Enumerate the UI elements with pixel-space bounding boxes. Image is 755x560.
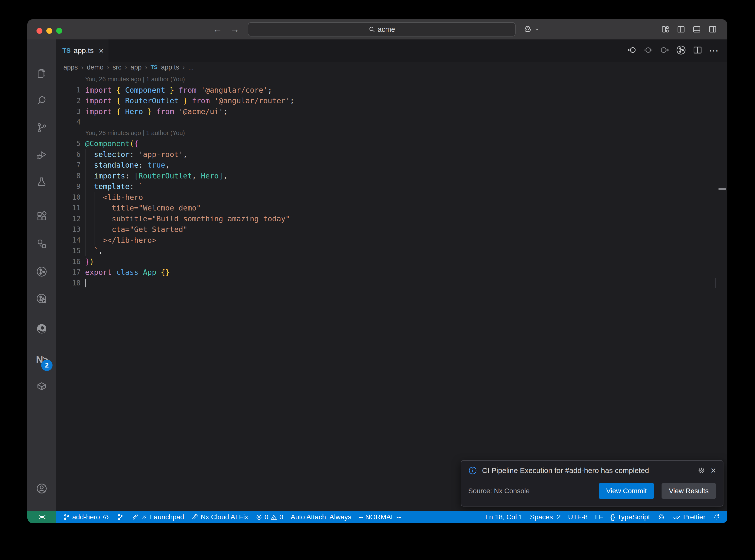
run-debug-icon[interactable] [31, 144, 52, 165]
code-line[interactable]: 7 standalone: true, [56, 160, 716, 171]
git-graph-item[interactable] [113, 511, 127, 523]
command-center-search[interactable]: acme [248, 22, 516, 37]
search-icon [369, 26, 375, 33]
nx-graph-search-icon[interactable] [31, 288, 52, 309]
view-commit-button[interactable]: View Commit [599, 483, 654, 499]
overview-ruler-marker [718, 188, 726, 190]
search-view-icon[interactable] [31, 90, 52, 111]
code-line[interactable]: 1import { Component } from '@angular/cor… [56, 85, 716, 96]
vscode-window: ← → acme [27, 19, 728, 523]
customize-layout-icon[interactable] [661, 25, 670, 34]
source-control-icon[interactable] [31, 117, 52, 138]
notification-settings-gear-icon[interactable] [697, 466, 706, 475]
errors-icon [256, 514, 262, 521]
code-line[interactable]: 17export class App {} [56, 267, 716, 278]
code-line[interactable]: 4 [56, 117, 716, 128]
maximize-window-button[interactable] [56, 28, 62, 34]
breadcrumb-item[interactable]: demo [87, 64, 103, 71]
eol-item[interactable]: LF [591, 511, 607, 523]
line-number: 3 [56, 106, 81, 117]
vim-mode-item[interactable]: -- NORMAL -- [355, 511, 405, 523]
copilot-status-item[interactable] [654, 511, 669, 523]
timeline-forward-icon[interactable] [659, 45, 670, 56]
typescript-file-icon: TS [151, 64, 158, 71]
activity-bar: N> 2 [27, 39, 56, 511]
breadcrumb-item[interactable]: app [131, 64, 141, 71]
nx-graph-action-icon[interactable] [676, 45, 687, 57]
problems-item[interactable]: 0 0 [252, 511, 287, 523]
toggle-panel-icon[interactable] [692, 25, 701, 34]
indent-guide [94, 203, 95, 214]
breadcrumb-item[interactable]: app.ts [161, 64, 179, 71]
close-window-button[interactable] [37, 28, 42, 34]
warning-count: 0 [279, 513, 283, 521]
breadcrumb-item[interactable]: src [113, 64, 121, 71]
git-branch-item[interactable]: add-hero [59, 511, 113, 523]
code-line[interactable]: 9 template: ` [56, 181, 716, 192]
language-mode-item[interactable]: {} TypeScript [607, 511, 654, 523]
cursor-position-item[interactable]: Ln 18, Col 1 [481, 511, 526, 523]
code-line[interactable]: 3import { Hero } from '@acme/ui'; [56, 106, 716, 117]
split-editor-icon[interactable] [692, 45, 703, 56]
auto-attach-item[interactable]: Auto Attach: Always [287, 511, 355, 523]
notifications-bell-item[interactable] [709, 511, 724, 523]
edge-browser-icon[interactable] [31, 318, 52, 339]
minimize-window-button[interactable] [46, 28, 52, 34]
copilot-menu[interactable] [523, 19, 539, 39]
view-results-button[interactable]: View Results [661, 483, 716, 499]
nx-project-graph-icon[interactable] [31, 261, 52, 282]
more-actions-icon[interactable]: ⋯ [709, 46, 718, 56]
nx-console-icon[interactable]: N> 2 [31, 349, 52, 370]
code-editor[interactable]: You, 26 minutes ago | 1 author (You)1imp… [56, 74, 716, 288]
code-line[interactable]: 11 title="Welcmoe demo" [56, 203, 716, 214]
braces-icon: {} [611, 513, 615, 521]
search-value: acme [378, 25, 395, 34]
line-number: 11 [56, 203, 81, 214]
code-line[interactable]: 2import { RouterOutlet } from '@angular/… [56, 95, 716, 106]
breadcrumb-item[interactable]: apps [63, 64, 78, 71]
launchpad-item[interactable]: Launchpad [127, 511, 188, 523]
code-line[interactable]: 13 cta="Get Started" [56, 224, 716, 235]
encoding-item[interactable]: UTF-8 [564, 511, 591, 523]
editor-scrollbar[interactable] [716, 62, 728, 511]
explorer-icon[interactable] [31, 63, 52, 84]
indentation-item[interactable]: Spaces: 2 [526, 511, 564, 523]
timeline-current-icon[interactable] [643, 45, 653, 56]
toggle-primary-sidebar-icon[interactable] [677, 25, 686, 34]
code-line[interactable]: 5@Component({ [56, 138, 716, 149]
extensions-icon[interactable] [31, 206, 52, 226]
code-line[interactable]: 18 [56, 278, 716, 288]
history-back-button[interactable]: ← [211, 19, 224, 39]
status-bar: >< add-hero Launchpad Nx Cloud AI Fix [27, 511, 728, 523]
branch-name: add-hero [72, 513, 100, 521]
code-line[interactable]: 12 subtitle="Build something amazing tod… [56, 214, 716, 224]
code-line[interactable]: 15 `, [56, 245, 716, 256]
code-line[interactable]: 6 selector: 'app-root', [56, 149, 716, 160]
indent-guide [85, 192, 85, 203]
tab-app-ts[interactable]: TS app.ts × [56, 39, 108, 62]
history-forward-button[interactable]: → [229, 19, 241, 39]
line-number: 5 [56, 138, 81, 149]
containers-icon[interactable] [31, 376, 52, 397]
notification-toast: CI Pipeline Execution for #add-hero has … [461, 460, 723, 506]
line-number: 1 [56, 85, 81, 96]
warnings-icon [271, 514, 277, 521]
prettier-item[interactable]: Prettier [669, 511, 709, 523]
notification-close-icon[interactable]: × [711, 467, 716, 474]
notification-source: Source: Nx Console [468, 487, 599, 495]
toggle-secondary-sidebar-icon[interactable] [708, 25, 717, 34]
code-line[interactable]: 16}) [56, 256, 716, 267]
plug-icon [141, 514, 148, 521]
breadcrumb-item[interactable]: ... [188, 64, 194, 71]
project-references-icon[interactable] [31, 234, 52, 254]
code-line[interactable]: 10 <lib-hero [56, 192, 716, 203]
testing-icon[interactable] [31, 172, 52, 192]
timeline-back-icon[interactable] [627, 45, 637, 56]
code-line[interactable]: 14 ></lib-hero> [56, 235, 716, 246]
remote-indicator[interactable]: >< [27, 511, 56, 523]
indent-guide [85, 181, 85, 192]
close-tab-icon[interactable]: × [99, 46, 103, 56]
nx-cloud-ai-fix-item[interactable]: Nx Cloud AI Fix [188, 511, 252, 523]
account-icon[interactable] [31, 478, 52, 499]
code-line[interactable]: 8 imports: [RouterOutlet, Hero], [56, 171, 716, 181]
